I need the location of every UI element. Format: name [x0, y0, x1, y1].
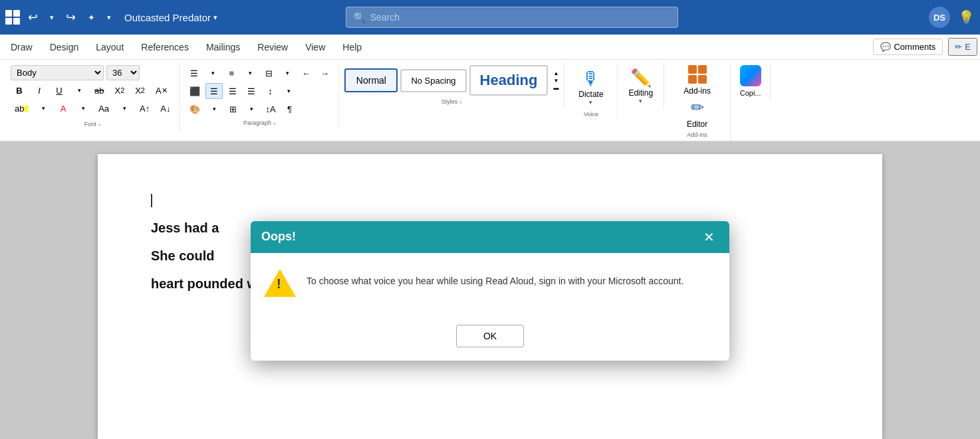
editor-ribbon-label: Editor	[687, 120, 707, 129]
numbered-dropdown[interactable]: ▾	[241, 65, 259, 81]
font-case-dropdown[interactable]: ▾	[116, 100, 133, 116]
editing-group: ✏️ Editing ▾	[618, 62, 664, 110]
font-row1: Body 36	[11, 65, 174, 80]
ribbon: Body 36 B I U ▾ ab X2 X2 A✕ a	[0, 60, 980, 142]
menu-draw[interactable]: Draw	[3, 38, 41, 56]
add-ins-button[interactable]	[688, 65, 707, 84]
italic-button[interactable]: I	[31, 82, 48, 98]
underline-dropdown[interactable]: ▾	[70, 82, 88, 98]
search-input[interactable]	[370, 12, 671, 23]
shading-dropdown[interactable]: ▾	[205, 101, 223, 117]
undo-button[interactable]: ↩	[24, 7, 42, 27]
editor-button[interactable]: ✏ E	[948, 38, 977, 56]
search-icon: 🔍	[353, 11, 366, 24]
editing-dropdown-arrow[interactable]: ▾	[639, 98, 642, 104]
designer-button[interactable]: ✦	[84, 10, 99, 25]
menu-review[interactable]: Review	[249, 38, 296, 56]
justify-button[interactable]: ☰	[243, 83, 260, 99]
dictate-dropdown-arrow[interactable]: ▾	[589, 99, 592, 106]
shading-button[interactable]: 🎨	[185, 101, 204, 117]
copilot-label: Copi...	[740, 89, 761, 97]
decrease-font-button[interactable]: A↓	[156, 100, 174, 116]
styles-expand-button[interactable]: ▲ ▼ ▬	[553, 70, 558, 91]
font-color-button[interactable]: A	[55, 100, 72, 116]
align-left-button[interactable]: ⬛	[185, 83, 204, 99]
addins-icon-row	[688, 65, 707, 84]
menu-mailings[interactable]: Mailings	[198, 38, 248, 56]
styles-group-label: Styles ⬦	[441, 98, 463, 105]
microphone-icon: 🎙	[582, 68, 600, 90]
paragraph-group: ☰ ▾ ≡ ▾ ⊟ ▾ ← → ⬛ ☰ ☰ ☰ ↕ ▾	[180, 62, 339, 129]
warning-icon: !	[264, 269, 296, 301]
numbered-list-button[interactable]: ≡	[223, 65, 240, 81]
dictate-button[interactable]: 🎙 Dictate ▾	[573, 65, 608, 108]
comments-button[interactable]: 💬 Comments	[873, 39, 943, 55]
multilevel-list-button[interactable]: ⊟	[260, 65, 277, 81]
quick-access-button[interactable]: ▾	[103, 11, 115, 25]
line-spacing-button[interactable]: ↕	[261, 83, 279, 99]
multilevel-dropdown[interactable]: ▾	[279, 65, 296, 81]
font-group-expand-icon[interactable]: ⬦	[98, 121, 101, 128]
addins-group: Add-ins ✏ Editor Add-ins	[664, 62, 731, 141]
subscript-button[interactable]: X2	[110, 82, 128, 98]
dialog-body: ! To choose what voice you hear while us…	[251, 253, 729, 317]
font-case-button[interactable]: Aa	[94, 100, 113, 116]
highlight-dropdown[interactable]: ▾	[35, 100, 52, 116]
line-spacing-dropdown[interactable]: ▾	[280, 83, 297, 99]
undo-dropdown-button[interactable]: ▾	[46, 11, 58, 25]
menu-help[interactable]: Help	[334, 38, 370, 56]
title-bar: ↩ ▾ ↪ ✦ ▾ Outcasted Predator ▾ 🔍 DS 💡	[0, 0, 980, 35]
pencil-icon: ✏	[955, 42, 962, 52]
font-size-select[interactable]: 36	[106, 65, 140, 80]
underline-button[interactable]: U	[51, 82, 68, 98]
editor-ribbon-button[interactable]: ✏	[691, 98, 704, 117]
align-right-button[interactable]: ☰	[224, 83, 241, 99]
increase-indent-button[interactable]: →	[316, 65, 333, 81]
bold-button[interactable]: B	[11, 82, 28, 98]
borders-button[interactable]: ⊞	[224, 101, 241, 117]
superscript-button[interactable]: X2	[131, 82, 149, 98]
ok-button[interactable]: OK	[456, 325, 524, 347]
user-avatar[interactable]: DS	[929, 7, 950, 28]
increase-font-button[interactable]: A↑	[136, 100, 154, 116]
lightbulb-icon[interactable]: 💡	[958, 9, 975, 25]
voice-group: 🎙 Dictate ▾ Voice	[564, 62, 618, 120]
word-app-icon	[5, 10, 20, 25]
dialog-title: Oops!	[261, 230, 296, 244]
font-family-select[interactable]: Body	[11, 65, 104, 80]
menu-bar-right: 💬 Comments ✏ E	[873, 38, 977, 56]
clear-format-button[interactable]: A✕	[152, 82, 172, 98]
style-normal[interactable]: Normal	[344, 68, 398, 92]
paragraph-group-expand-icon[interactable]: ⬦	[273, 120, 276, 126]
align-center-button[interactable]: ☰	[205, 83, 223, 99]
font-row3: ab█ ▾ A ▾ Aa ▾ A↑ A↓	[11, 100, 174, 116]
editing-button[interactable]: ✏️ Editing ▾	[623, 65, 658, 107]
styles-group: Normal No Spacing Heading ▲ ▼ ▬ Styles ⬦	[339, 62, 564, 108]
title-bar-right: DS 💡	[929, 7, 975, 28]
bullet-list-button[interactable]: ☰	[185, 65, 203, 81]
bullet-dropdown[interactable]: ▾	[204, 65, 221, 81]
highlight-button[interactable]: ab█	[11, 100, 32, 116]
search-bar[interactable]: 🔍	[346, 7, 678, 28]
font-color-dropdown[interactable]: ▾	[74, 100, 92, 116]
show-marks-button[interactable]: ¶	[281, 101, 299, 117]
menu-design[interactable]: Design	[42, 38, 87, 56]
title-bar-left: ↩ ▾ ↪ ✦ ▾ Outcasted Predator ▾	[5, 7, 217, 27]
menu-view[interactable]: View	[297, 38, 333, 56]
borders-dropdown[interactable]: ▾	[243, 101, 260, 117]
styles-group-expand-icon[interactable]: ⬦	[459, 98, 462, 105]
copilot-group: Copi...	[731, 62, 771, 100]
menu-references[interactable]: References	[133, 38, 197, 56]
para-row2: ⬛ ☰ ☰ ☰ ↕ ▾	[185, 83, 333, 99]
copilot-button[interactable]	[740, 65, 761, 86]
dialog-close-button[interactable]: ✕	[699, 229, 719, 245]
content-area: Jess had a She could heart pounded when …	[0, 142, 980, 439]
sort-button[interactable]: ↕A	[261, 101, 279, 117]
style-heading[interactable]: Heading	[469, 65, 549, 96]
strikethrough-button[interactable]: ab	[90, 82, 108, 98]
menu-layout[interactable]: Layout	[88, 38, 132, 56]
decrease-indent-button[interactable]: ←	[297, 65, 314, 81]
comment-icon: 💬	[880, 42, 891, 52]
redo-button[interactable]: ↪	[62, 7, 80, 27]
style-no-spacing[interactable]: No Spacing	[400, 69, 466, 92]
